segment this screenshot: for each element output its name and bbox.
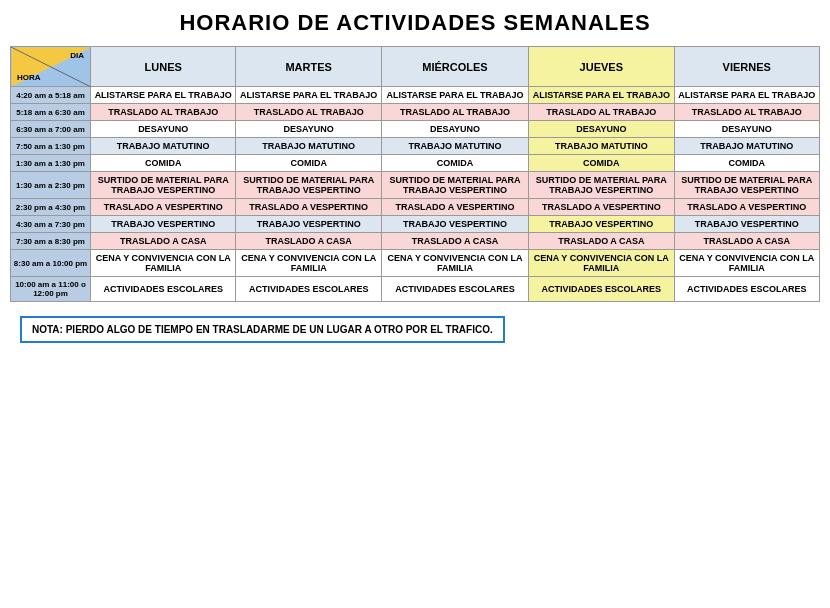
activity-lunes-8: TRASLADO A CASA xyxy=(91,233,236,250)
activity-martes-1: TRASLADO AL TRABAJO xyxy=(236,104,381,121)
activity-martes-2: DESAYUNO xyxy=(236,121,381,138)
activity-martes-7: TRABAJO VESPERTINO xyxy=(236,216,381,233)
time-cell-3: 7:50 am a 1:30 pm xyxy=(11,138,91,155)
activity-miercoles-10: ACTIVIDADES ESCOLARES xyxy=(381,277,528,302)
activity-lunes-7: TRABAJO VESPERTINO xyxy=(91,216,236,233)
activity-viernes-8: TRASLADO A CASA xyxy=(674,233,819,250)
martes-header: MARTES xyxy=(236,47,381,87)
nota-container: NOTA: PIERDO ALGO DE TIEMPO EN TRASLADAR… xyxy=(10,302,820,347)
activity-jueves-10: ACTIVIDADES ESCOLARES xyxy=(529,277,674,302)
activity-jueves-1: TRASLADO AL TRABAJO xyxy=(529,104,674,121)
time-cell-5: 1:30 am a 2:30 pm xyxy=(11,172,91,199)
activity-lunes-5: SURTIDO DE MATERIAL PARA TRABAJO VESPERT… xyxy=(91,172,236,199)
nota-box: NOTA: PIERDO ALGO DE TIEMPO EN TRASLADAR… xyxy=(20,316,505,343)
activity-jueves-0: ALISTARSE PARA EL TRABAJO xyxy=(529,87,674,104)
activity-martes-8: TRASLADO A CASA xyxy=(236,233,381,250)
time-cell-1: 5:18 am a 6:30 am xyxy=(11,104,91,121)
time-cell-0: 4:20 am a 5:18 am xyxy=(11,87,91,104)
activity-jueves-3: TRABAJO MATUTINO xyxy=(529,138,674,155)
activity-jueves-6: TRASLADO A VESPERTINO xyxy=(529,199,674,216)
activity-jueves-8: TRASLADO A CASA xyxy=(529,233,674,250)
activity-lunes-2: DESAYUNO xyxy=(91,121,236,138)
activity-lunes-9: CENA Y CONVIVENCIA CON LA FAMILIA xyxy=(91,250,236,277)
activity-miercoles-1: TRASLADO AL TRABAJO xyxy=(381,104,528,121)
miercoles-header: MIÉRCOLES xyxy=(381,47,528,87)
time-cell-7: 4:30 am a 7:30 pm xyxy=(11,216,91,233)
activity-lunes-1: TRASLADO AL TRABAJO xyxy=(91,104,236,121)
activity-miercoles-2: DESAYUNO xyxy=(381,121,528,138)
viernes-header: VIERNES xyxy=(674,47,819,87)
activity-miercoles-9: CENA Y CONVIVENCIA CON LA FAMILIA xyxy=(381,250,528,277)
activity-miercoles-5: SURTIDO DE MATERIAL PARA TRABAJO VESPERT… xyxy=(381,172,528,199)
activity-jueves-5: SURTIDO DE MATERIAL PARA TRABAJO VESPERT… xyxy=(529,172,674,199)
activity-viernes-3: TRABAJO MATUTINO xyxy=(674,138,819,155)
time-cell-10: 10:00 am a 11:00 o 12:00 pm xyxy=(11,277,91,302)
activity-viernes-10: ACTIVIDADES ESCOLARES xyxy=(674,277,819,302)
activity-martes-10: ACTIVIDADES ESCOLARES xyxy=(236,277,381,302)
activity-viernes-1: TRASLADO AL TRABAJO xyxy=(674,104,819,121)
activity-jueves-4: COMIDA xyxy=(529,155,674,172)
activity-viernes-4: COMIDA xyxy=(674,155,819,172)
activity-martes-0: ALISTARSE PARA EL TRABAJO xyxy=(236,87,381,104)
time-cell-8: 7:30 am a 8:30 pm xyxy=(11,233,91,250)
activity-viernes-5: SURTIDO DE MATERIAL PARA TRABAJO VESPERT… xyxy=(674,172,819,199)
time-cell-6: 2:30 pm a 4:30 pm xyxy=(11,199,91,216)
activity-miercoles-3: TRABAJO MATUTINO xyxy=(381,138,528,155)
activity-lunes-4: COMIDA xyxy=(91,155,236,172)
time-cell-4: 1:30 am a 1:30 pm xyxy=(11,155,91,172)
activity-miercoles-7: TRABAJO VESPERTINO xyxy=(381,216,528,233)
activity-viernes-0: ALISTARSE PARA EL TRABAJO xyxy=(674,87,819,104)
time-cell-9: 8:30 am a 10:00 pm xyxy=(11,250,91,277)
activity-viernes-2: DESAYUNO xyxy=(674,121,819,138)
page-title: HORARIO DE ACTIVIDADES SEMANALES xyxy=(10,10,820,36)
activity-lunes-0: ALISTARSE PARA EL TRABAJO xyxy=(91,87,236,104)
activity-miercoles-6: TRASLADO A VESPERTINO xyxy=(381,199,528,216)
activity-jueves-9: CENA Y CONVIVENCIA CON LA FAMILIA xyxy=(529,250,674,277)
activity-martes-3: TRABAJO MATUTINO xyxy=(236,138,381,155)
activity-martes-4: COMIDA xyxy=(236,155,381,172)
activity-miercoles-0: ALISTARSE PARA EL TRABAJO xyxy=(381,87,528,104)
activity-jueves-2: DESAYUNO xyxy=(529,121,674,138)
activity-lunes-3: TRABAJO MATUTINO xyxy=(91,138,236,155)
activity-martes-6: TRASLADO A VESPERTINO xyxy=(236,199,381,216)
schedule-table: DIA HORA LUNES MARTES MIÉRCOLES JUEVES V… xyxy=(10,46,820,302)
activity-martes-9: CENA Y CONVIVENCIA CON LA FAMILIA xyxy=(236,250,381,277)
time-cell-2: 6:30 am a 7:00 am xyxy=(11,121,91,138)
activity-lunes-10: ACTIVIDADES ESCOLARES xyxy=(91,277,236,302)
lunes-header: LUNES xyxy=(91,47,236,87)
activity-viernes-9: CENA Y CONVIVENCIA CON LA FAMILIA xyxy=(674,250,819,277)
hora-dia-header: DIA HORA xyxy=(11,47,91,87)
activity-miercoles-4: COMIDA xyxy=(381,155,528,172)
activity-miercoles-8: TRASLADO A CASA xyxy=(381,233,528,250)
activity-viernes-7: TRABAJO VESPERTINO xyxy=(674,216,819,233)
activity-lunes-6: TRASLADO A VESPERTINO xyxy=(91,199,236,216)
hora-label: HORA xyxy=(17,73,41,82)
activity-jueves-7: TRABAJO VESPERTINO xyxy=(529,216,674,233)
activity-martes-5: SURTIDO DE MATERIAL PARA TRABAJO VESPERT… xyxy=(236,172,381,199)
activity-viernes-6: TRASLADO A VESPERTINO xyxy=(674,199,819,216)
jueves-header: JUEVES xyxy=(529,47,674,87)
dia-label: DIA xyxy=(70,51,84,60)
